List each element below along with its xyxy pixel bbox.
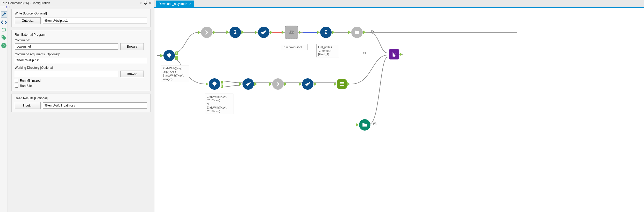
dynamic-input-tool[interactable] [201,27,212,38]
output-anchor[interactable] [400,52,402,56]
output-anchor[interactable] [254,82,257,86]
output-anchor[interactable] [314,82,317,86]
workflow-canvas[interactable]: T F EndsWith([Key], '.zip') AND StartsWi… [154,7,644,212]
browse-workdir-button[interactable]: Browse [120,71,144,77]
union-tool[interactable] [389,49,399,59]
port-label-2: #2 [371,29,374,33]
summarize-tool[interactable] [337,79,347,89]
filter-tool-2[interactable]: T F [209,78,220,90]
input-button[interactable]: Input... [15,102,41,109]
output-anchor[interactable] [270,31,273,34]
input-anchor[interactable] [282,31,284,34]
svg-marker-31 [269,82,272,86]
filter-1-caption: EndsWith([Key], '.zip') AND StartsWith([… [161,65,189,82]
tag-icon[interactable] [1,35,7,41]
run-external-title: Run External Program [15,33,147,36]
input-anchor[interactable] [226,31,229,34]
false-anchor[interactable]: F [221,85,223,88]
input-anchor[interactable] [198,31,201,34]
select-tool-2[interactable] [242,78,254,90]
workspace: Download_all.yxmd* × [154,0,644,212]
config-side-tabs: ⋮⋮⋮ ? [0,6,8,212]
download-tool[interactable] [272,78,284,90]
svg-text:T: T [176,51,178,55]
input-anchor[interactable] [299,82,302,86]
false-anchor[interactable]: F [175,56,178,60]
write-source-label: Write Source [Optional] [15,12,147,15]
close-icon[interactable]: ✕ [148,1,153,5]
input-anchor[interactable] [255,31,257,34]
filter-tool-1[interactable]: T F [163,50,175,61]
input-path-input[interactable] [43,102,147,109]
true-anchor[interactable]: T [175,51,178,55]
select-tool-1[interactable] [258,27,269,38]
input-anchor[interactable] [317,31,320,34]
config-panel: Run Command (26) - Configuration ▾ ✕ ⋮⋮⋮… [0,0,154,212]
code-icon[interactable] [1,19,7,25]
input-anchor[interactable] [239,82,242,86]
formula-2-caption: Full_path = 'C:\temp\'+ [Field_1] [316,44,339,57]
command-input[interactable] [15,43,118,50]
port-label-3: #3 [373,122,376,126]
formula-tool-1[interactable] [230,27,241,38]
wrench-icon[interactable] [1,11,7,18]
run-command-tool[interactable]: C:\ [285,26,298,39]
output-button[interactable]: Output... [15,17,41,24]
svg-rect-37 [340,85,344,86]
formula-tool-2[interactable] [320,27,332,38]
svg-text:?: ? [3,44,5,48]
output-anchor[interactable] [284,82,287,86]
read-results-label: Read Results [Optional] [15,96,147,100]
svg-marker-22 [348,31,351,34]
select-tool-3[interactable] [302,78,313,90]
run-minimized-check[interactable]: Run Minimized [15,79,147,82]
run-silent-check[interactable]: Run Silent [15,84,147,88]
svg-text:T: T [221,80,223,84]
input-anchor[interactable] [160,54,163,57]
output-anchor[interactable] [241,31,244,34]
grip-icon[interactable]: ⋮⋮⋮ [1,7,6,10]
input-anchor[interactable] [206,82,208,86]
svg-marker-12 [241,31,244,34]
svg-marker-32 [284,82,287,86]
browse-command-button[interactable]: Browse [120,43,144,50]
args-input[interactable] [15,57,147,63]
close-tab-icon[interactable]: × [189,2,191,6]
input-anchor[interactable] [269,82,272,86]
output-anchor[interactable] [347,82,350,86]
svg-marker-38 [334,82,337,86]
port-label-1: #1 [363,51,366,55]
output-anchor[interactable] [299,31,301,34]
input-anchor[interactable] [348,31,351,34]
svg-marker-14 [255,31,257,34]
document-tab-label: Download_all.yxmd* [159,2,187,6]
run-minimized-checkbox[interactable] [15,79,18,82]
true-anchor[interactable]: T [221,80,223,84]
svg-marker-40 [356,123,359,127]
output-anchor[interactable] [213,31,216,34]
svg-text:F: F [176,56,177,60]
pin-icon[interactable] [143,1,148,5]
output-anchor[interactable] [363,31,366,34]
run-command-caption: Run powershell [281,44,308,50]
run-silent-checkbox[interactable] [15,84,18,88]
input-anchor[interactable] [334,82,337,86]
svg-marker-11 [226,31,229,34]
svg-marker-18 [282,31,284,34]
target-icon[interactable] [1,27,7,33]
dropdown-icon[interactable]: ▾ [139,1,143,5]
svg-marker-41 [400,52,402,56]
output-path-input[interactable] [43,18,147,24]
document-tabs: Download_all.yxmd* × [154,0,644,7]
browse-tool[interactable] [359,119,370,131]
svg-marker-29 [239,82,242,86]
read-results-group: Read Results [Optional] Input... [11,94,151,112]
directory-tool[interactable] [351,27,363,38]
workdir-input[interactable] [15,71,118,77]
document-tab[interactable]: Download_all.yxmd* × [156,1,194,7]
output-anchor[interactable] [332,31,335,34]
input-anchor[interactable] [356,123,359,127]
help-icon[interactable]: ? [1,42,7,49]
svg-marker-20 [317,31,320,34]
svg-point-13 [261,33,262,34]
